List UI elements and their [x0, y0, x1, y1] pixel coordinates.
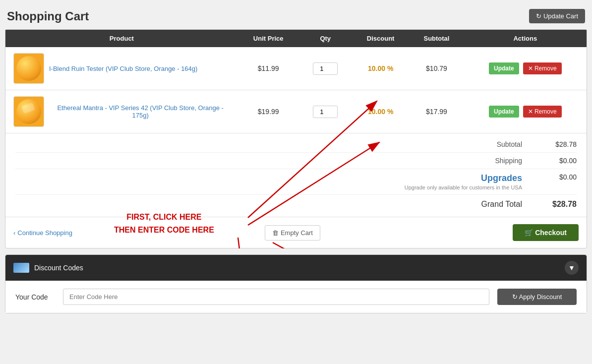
unit-price-2: $19.99 — [238, 90, 299, 133]
upgrades-value: $0.00 — [537, 173, 577, 181]
table-row: I-Blend Ruin Tester (VIP Club Store, Ora… — [5, 47, 587, 90]
subtotal-2: $17.99 — [409, 90, 464, 133]
cart-table: Product Unit Price Qty Discount Subtotal… — [5, 30, 587, 133]
shipping-value: $0.00 — [537, 157, 577, 165]
qty-input-2[interactable] — [313, 106, 338, 118]
product-link-1[interactable]: I-Blend Ruin Tester (VIP Club Store, Ora… — [49, 65, 197, 72]
discount-2: 10.00 % — [352, 90, 409, 133]
discount-body: Your Code ↻ Apply Discount — [5, 281, 587, 313]
update-button-2[interactable]: Update — [489, 106, 519, 118]
upgrades-title: Upgrades — [405, 173, 522, 183]
discount-header-left: Discount Codes — [13, 263, 83, 273]
subtotal-1: $10.79 — [409, 47, 464, 90]
empty-cart-button[interactable]: 🗑 Empty Cart — [265, 225, 320, 241]
remove-button-1[interactable]: ✕ Remove — [523, 62, 562, 74]
remove-button-2[interactable]: ✕ Remove — [523, 106, 562, 118]
col-discount: Discount — [352, 30, 409, 47]
upgrades-note: Upgrade only available for customers in … — [405, 184, 522, 190]
unit-price-1: $11.99 — [238, 47, 299, 90]
totals-section: Subtotal $28.78 Shipping $0.00 Upgrades … — [5, 133, 587, 217]
qty-input-1[interactable] — [313, 62, 338, 75]
cart-footer: ‹ Continue Shopping 🗑 Empty Cart 🛒 Check… — [5, 217, 587, 248]
actions-1: Update ✕ Remove — [464, 47, 587, 90]
ball-icon — [16, 56, 41, 81]
product-image-1 — [13, 53, 44, 84]
discount-header: Discount Codes ▼ — [5, 255, 587, 281]
page-title: Shopping Cart — [7, 9, 89, 23]
table-row: Ethereal Mantra - VIP Series 42 (VIP Clu… — [5, 90, 587, 133]
col-subtotal: Subtotal — [409, 30, 464, 47]
discount-toggle-button[interactable]: ▼ — [565, 261, 579, 275]
qty-cell-1 — [299, 47, 352, 90]
apply-discount-button[interactable]: ↻ Apply Discount — [497, 289, 577, 305]
subtotal-value: $28.78 — [537, 140, 577, 148]
col-unit-price: Unit Price — [238, 30, 299, 47]
continue-shopping-link[interactable]: ‹ Continue Shopping — [13, 229, 72, 237]
shipping-label: Shipping — [463, 157, 522, 165]
discount-code-input[interactable] — [63, 289, 489, 305]
subtotal-label: Subtotal — [463, 140, 522, 148]
product-link-2[interactable]: Ethereal Mantra - VIP Series 42 (VIP Clu… — [49, 104, 232, 119]
grand-total-value: $28.78 — [537, 200, 577, 209]
col-product: Product — [5, 30, 238, 47]
product-image-2 — [13, 96, 44, 127]
ball-icon-2 — [16, 99, 41, 124]
col-qty: Qty — [299, 30, 352, 47]
checkout-button[interactable]: 🛒 Checkout — [513, 224, 579, 241]
discount-section-title: Discount Codes — [34, 264, 83, 272]
chevron-left-icon: ‹ — [13, 229, 15, 237]
discount-header-image — [13, 263, 29, 273]
discount-code-label: Your Code — [15, 293, 55, 301]
discount-section: Discount Codes ▼ Your Code ↻ Apply Disco… — [5, 254, 587, 313]
actions-2: Update ✕ Remove — [464, 90, 587, 133]
update-cart-button[interactable]: ↻ Update Cart — [529, 9, 585, 23]
qty-cell-2 — [299, 90, 352, 133]
discount-1: 10.00 % — [352, 47, 409, 90]
col-actions: Actions — [464, 30, 587, 47]
update-button-1[interactable]: Update — [489, 62, 519, 74]
grand-total-label: Grand Total — [463, 200, 522, 209]
